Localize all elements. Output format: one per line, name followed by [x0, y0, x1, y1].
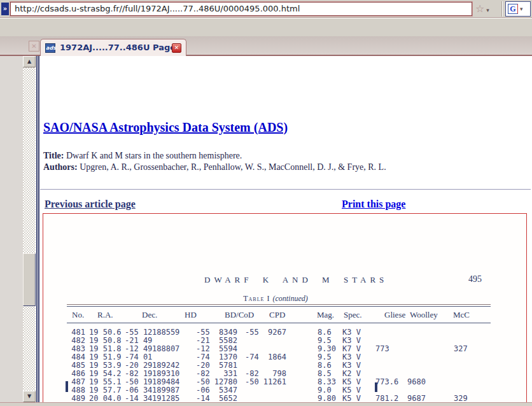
- scan-table-rows: 48119 50.6-55 12188559-55 8349-55 92678.…: [43, 328, 527, 406]
- column-header: Dec.: [142, 311, 157, 319]
- cell-woolley: 9680: [407, 378, 434, 386]
- scanned-page-image: DWARF K AND M STARS 495 Table I (continu…: [43, 213, 527, 406]
- scroll-up-button[interactable]: ▲: [23, 56, 36, 67]
- column-header: Gliese: [384, 311, 405, 319]
- column-header: HD: [185, 311, 197, 319]
- toolbar-separator: [501, 1, 503, 17]
- close-icon: ✕: [174, 45, 179, 51]
- scan-page-number: 495: [468, 275, 482, 284]
- cell-cpd: -55 9267: [237, 328, 286, 337]
- search-caret-icon[interactable]: ▾: [520, 1, 523, 17]
- cell-hd: 188807: [152, 345, 179, 353]
- previous-article-link[interactable]: Previous article page: [45, 199, 136, 210]
- article-authors-line: Authors: Upgren, A. R., Grossenbacher, R…: [43, 162, 386, 172]
- column-header: Woolley: [410, 311, 438, 319]
- cell-gliese: 773.6: [375, 378, 405, 386]
- horizontal-rule: [40, 189, 531, 190]
- caption-table-label: Table I: [243, 294, 272, 303]
- column-header: R.A.: [97, 311, 113, 319]
- title-text: Dwarf K and M stars in the southern hemi…: [64, 151, 242, 160]
- scan-table-header: No.R.A.Dec.HDBD/CoDCPDMag.Spec.GlieseWoo…: [43, 311, 527, 320]
- cell-gliese: 773: [375, 345, 405, 353]
- caption-continued: (continued): [272, 294, 307, 303]
- column-header: Mag.: [317, 311, 334, 319]
- frame-divider: [36, 56, 40, 402]
- search-engine-box[interactable]: G ▾: [505, 1, 531, 17]
- arrow-up-icon: ▲: [27, 59, 31, 64]
- arrow-down-icon: ▼: [27, 393, 31, 399]
- column-header: No.: [72, 311, 84, 319]
- bookmark-control[interactable]: ☆▾: [475, 1, 501, 17]
- panel-window-icon[interactable]: ✕: [29, 41, 39, 52]
- status-bar: [0, 402, 532, 406]
- table-header-rule: [67, 323, 491, 323]
- tab-title: 1972AJ.....77..486U Page 495: [60, 43, 172, 52]
- tab-close-button[interactable]: ✕: [172, 43, 181, 53]
- ads-favicon: ads: [45, 43, 55, 53]
- left-gutter: [0, 56, 23, 402]
- vertical-scrollbar[interactable]: ▲ ▼: [23, 56, 36, 402]
- tab-bar: ✕ ads 1972AJ.....77..486U Page 495 ✕: [0, 36, 532, 56]
- scroll-down-button[interactable]: ▼: [23, 391, 36, 402]
- url-input[interactable]: http://cdsads.u-strasbg.fr//full/1972AJ.…: [10, 2, 472, 16]
- article-title-line: Title: Dwarf K and M stars in the southe…: [43, 150, 242, 161]
- ads-heading-link[interactable]: SAO/NASA Astrophysics Data System (ADS): [43, 120, 288, 135]
- scan-running-head: DWARF K AND M STARS: [204, 276, 388, 284]
- title-label: Title:: [43, 151, 64, 160]
- bookmark-caret-icon[interactable]: ▾: [486, 7, 489, 13]
- authors-text: Upgren, A. R., Grossenbacher, R., Penhal…: [78, 162, 386, 172]
- print-page-link[interactable]: Print this page: [342, 199, 405, 210]
- column-header: McC: [453, 311, 470, 319]
- toolbar-band: [0, 18, 532, 36]
- column-header: BD/CoD: [225, 311, 254, 319]
- star-icon[interactable]: ☆: [475, 3, 484, 15]
- cell-mcc: 327: [454, 345, 472, 353]
- cell-cpd: -74 1864: [237, 353, 286, 361]
- scan-table-caption: Table I (continued): [221, 295, 330, 303]
- column-header: CPD: [269, 311, 285, 319]
- page-content: ▲ ▼ SAO/NASA Astrophysics Data System (A…: [0, 56, 532, 402]
- authors-label: Authors:: [43, 162, 78, 172]
- scan-artifact-bar-left: [66, 381, 68, 392]
- scrollbar-thumb[interactable]: [23, 253, 36, 306]
- cell-hd: 188559: [152, 328, 179, 337]
- tab-article-page[interactable]: ads 1972AJ.....77..486U Page 495 ✕: [40, 39, 186, 56]
- url-bar: » http://cdsads.u-strasbg.fr//full/1972A…: [0, 0, 532, 18]
- column-header: Spec.: [344, 311, 362, 319]
- google-icon[interactable]: G: [508, 4, 518, 14]
- scan-artifact-bar-right: [375, 382, 377, 392]
- chevrons-icon[interactable]: »: [1, 3, 9, 15]
- cell-cpd: -50 11261: [237, 378, 286, 386]
- table-top-rule: [67, 304, 491, 307]
